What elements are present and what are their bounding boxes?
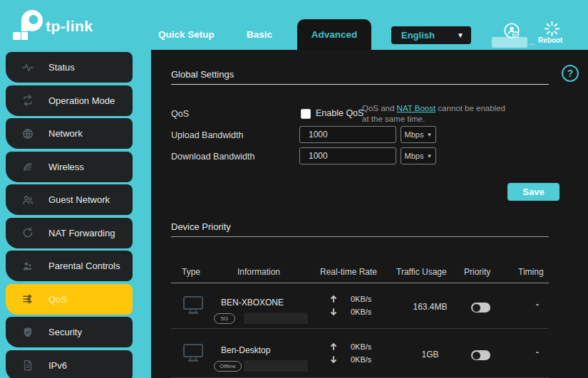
device-priority-divider bbox=[171, 236, 549, 237]
column-header-information: Information bbox=[237, 267, 280, 277]
table-row: BEN-XBOXONE 5G 0KB/s 0KB/s 163.4MB - bbox=[171, 283, 549, 329]
column-header-traffic-usage: Traffic Usage bbox=[396, 267, 447, 277]
column-header-timing: Timing bbox=[518, 267, 544, 277]
save-button[interactable]: Save bbox=[507, 183, 559, 201]
enable-qos-checkbox[interactable] bbox=[301, 109, 311, 119]
sidebar-item-status[interactable]: Status bbox=[6, 52, 133, 83]
download-bandwidth-label: Download Bandwidth bbox=[171, 152, 254, 162]
upload-arrow-icon bbox=[329, 342, 338, 351]
sidebar-item-label: NAT Forwarding bbox=[48, 228, 115, 238]
reboot-label[interactable]: Reboot bbox=[538, 36, 562, 44]
sidebar-item-label: Operation Mode bbox=[48, 95, 115, 106]
download-arrow-icon bbox=[329, 308, 338, 316]
traffic-usage: 1GB bbox=[396, 350, 464, 359]
upload-unit-value: Mbps bbox=[405, 130, 424, 139]
connection-badge: Offline bbox=[214, 361, 242, 372]
device-name: BEN-XBOXONE bbox=[221, 298, 284, 308]
download-arrow-icon bbox=[329, 355, 338, 364]
priority-toggle[interactable] bbox=[471, 303, 490, 313]
download-unit-select[interactable]: Mbps ▼ bbox=[401, 147, 436, 164]
sidebar-item-nat-forwarding[interactable]: NAT Forwarding bbox=[6, 218, 133, 248]
enable-qos-label: Enable QoS bbox=[316, 108, 363, 118]
network-icon bbox=[21, 127, 34, 140]
redacted-device-info bbox=[244, 313, 308, 324]
upload-rate: 0KB/s bbox=[351, 342, 371, 351]
tab-advanced-label: Advanced bbox=[311, 29, 358, 40]
tab-quick-setup[interactable]: Quick Setup bbox=[158, 29, 215, 40]
sidebar: Status Operation Mode Network Wireless G… bbox=[0, 50, 151, 378]
sidebar-item-security[interactable]: Security bbox=[6, 317, 133, 347]
upload-unit-select[interactable]: Mbps ▼ bbox=[401, 126, 436, 143]
timing-value: - bbox=[522, 299, 553, 310]
sidebar-item-parental-controls[interactable]: Parental Controls bbox=[6, 251, 133, 281]
tp-link-logo: tp-link bbox=[10, 9, 117, 43]
sidebar-item-ipv6[interactable]: IPv6 bbox=[6, 350, 133, 378]
wireless-icon bbox=[21, 160, 34, 173]
column-header-type: Type bbox=[182, 267, 200, 277]
parental-controls-icon bbox=[21, 260, 34, 273]
global-settings-title: Global Settings bbox=[171, 69, 234, 80]
tab-advanced[interactable]: Advanced bbox=[297, 19, 371, 50]
main-content: ? Global Settings QoS Enable QoS QoS and… bbox=[151, 50, 588, 378]
toggle-knob bbox=[473, 304, 480, 312]
qos-icon bbox=[21, 293, 34, 305]
sidebar-item-label: QoS bbox=[48, 294, 67, 305]
chevron-down-icon: ▼ bbox=[457, 31, 471, 39]
status-icon bbox=[21, 61, 34, 74]
sidebar-item-label: Status bbox=[48, 62, 75, 73]
device-name: Ben-Desktop bbox=[221, 345, 270, 355]
sidebar-item-label: Security bbox=[48, 327, 82, 337]
tab-basic[interactable]: Basic bbox=[247, 29, 272, 40]
upload-bandwidth-input[interactable] bbox=[299, 126, 396, 143]
ipv6-document-icon bbox=[21, 359, 34, 372]
device-priority-title: Device Priority bbox=[171, 221, 231, 232]
language-select[interactable]: English ▼ bbox=[391, 26, 471, 44]
column-header-priority: Priority bbox=[464, 267, 490, 277]
qos-note: QoS and NAT Boost cannot be enabled at t… bbox=[362, 103, 513, 125]
sidebar-item-label: IPv6 bbox=[48, 360, 67, 371]
guest-network-icon bbox=[21, 194, 34, 206]
redacted-device-info bbox=[244, 360, 308, 372]
qos-note-prefix: QoS and bbox=[362, 104, 397, 112]
chevron-down-icon: ▼ bbox=[426, 132, 432, 138]
column-header-realtime-rate: Real-time Rate bbox=[320, 267, 377, 277]
sidebar-item-operation-mode[interactable]: Operation Mode bbox=[6, 85, 133, 116]
brand-text: tp-link bbox=[46, 18, 93, 34]
sidebar-item-label: Wireless bbox=[48, 162, 84, 172]
sidebar-item-label: Network bbox=[48, 128, 83, 139]
download-rate: 0KB/s bbox=[351, 355, 371, 364]
traffic-usage: 163.4MB bbox=[396, 302, 464, 312]
sidebar-item-wireless[interactable]: Wireless bbox=[6, 152, 133, 182]
download-unit-value: Mbps bbox=[405, 152, 424, 160]
download-bandwidth-input[interactable] bbox=[299, 147, 396, 164]
account-label-truncated: ... bbox=[529, 38, 535, 46]
upload-rate: 0KB/s bbox=[351, 295, 371, 303]
redacted-account-label bbox=[492, 37, 527, 48]
nat-boost-link[interactable]: NAT Boost bbox=[397, 104, 436, 112]
timing-value: - bbox=[522, 347, 553, 357]
security-shield-icon bbox=[21, 326, 34, 339]
operation-mode-icon bbox=[21, 94, 34, 107]
connection-badge: 5G bbox=[214, 313, 235, 324]
sidebar-item-guest-network[interactable]: Guest Network bbox=[6, 184, 133, 215]
reboot-icon[interactable] bbox=[544, 21, 560, 37]
help-icon[interactable]: ? bbox=[562, 65, 579, 82]
chevron-down-icon: ▼ bbox=[426, 153, 432, 159]
toggle-knob bbox=[473, 352, 480, 359]
upload-bandwidth-label: Upload Bandwidth bbox=[171, 130, 243, 140]
monitor-icon bbox=[182, 295, 205, 316]
table-row: Ben-Desktop Offline 0KB/s 0KB/s 1GB - bbox=[171, 329, 549, 378]
sidebar-item-qos[interactable]: QoS bbox=[6, 284, 133, 315]
priority-toggle[interactable] bbox=[471, 350, 490, 360]
nat-forwarding-icon bbox=[21, 226, 34, 239]
sidebar-item-label: Guest Network bbox=[48, 194, 110, 205]
language-selected: English bbox=[391, 30, 457, 41]
download-rate: 0KB/s bbox=[351, 308, 371, 316]
qos-field-label: QoS bbox=[171, 109, 189, 119]
upload-arrow-icon bbox=[329, 295, 338, 303]
global-settings-divider bbox=[171, 84, 549, 85]
sidebar-item-label: Parental Controls bbox=[48, 261, 120, 271]
app-header: tp-link Quick Setup Basic Advanced Engli… bbox=[0, 0, 588, 50]
monitor-icon bbox=[182, 342, 205, 364]
sidebar-item-network[interactable]: Network bbox=[6, 118, 133, 149]
